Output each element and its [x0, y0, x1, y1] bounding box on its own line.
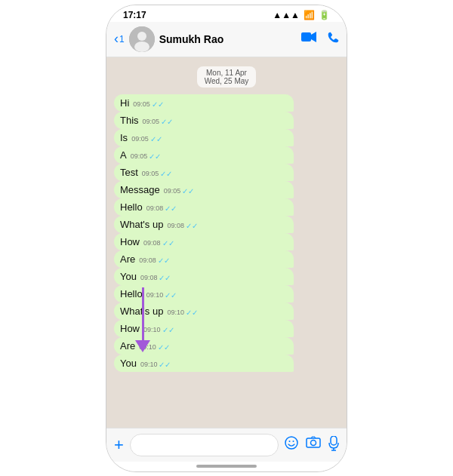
message-meta: 09:08✓✓ — [167, 222, 198, 230]
message-bubble: Message09:05✓✓ — [114, 181, 294, 198]
phone-call-icon[interactable] — [327, 32, 339, 47]
message-time: 09:05 — [164, 187, 181, 195]
message-text: Are — [120, 340, 135, 352]
svg-point-7 — [293, 441, 294, 442]
message-text: What's up — [120, 219, 163, 230]
svg-rect-3 — [301, 32, 311, 41]
message-tick: ✓✓ — [186, 222, 198, 230]
message-text: Is — [120, 132, 128, 143]
home-indicator — [106, 462, 347, 471]
video-call-icon[interactable] — [301, 32, 316, 47]
status-time: 17:17 — [123, 10, 146, 20]
message-input[interactable] — [130, 434, 279, 456]
message-bubble: Hi09:05✓✓ — [114, 94, 294, 112]
message-text: How — [120, 236, 140, 247]
message-bubble: A09:05✓✓ — [114, 146, 294, 164]
chat-header: ‹ 1 Sumukh Rao — [106, 22, 347, 57]
message-tick: ✓✓ — [162, 326, 174, 334]
message-meta: 09:10✓✓ — [140, 361, 171, 369]
svg-marker-4 — [311, 32, 316, 42]
message-bubble: How09:08✓✓ — [114, 233, 294, 250]
message-tick: ✓✓ — [150, 135, 162, 143]
message-time: 09:05 — [131, 152, 148, 160]
message-meta: 09:05✓✓ — [131, 135, 162, 143]
message-time: 09:08 — [139, 256, 156, 264]
input-bar: + — [106, 428, 347, 462]
message-tick: ✓✓ — [160, 170, 172, 178]
message-text: Message — [120, 184, 160, 195]
svg-point-6 — [289, 441, 291, 442]
message-bubble: This09:05✓✓ — [114, 112, 294, 129]
message-text: Test — [120, 167, 138, 178]
svg-rect-10 — [331, 436, 337, 445]
message-text: Hello — [120, 201, 143, 213]
message-tick: ✓✓ — [149, 152, 161, 161]
message-tick: ✓✓ — [161, 118, 173, 126]
message-time: 09:10 — [140, 361, 158, 368]
message-meta: 09:10✓✓ — [167, 309, 198, 317]
back-count: 1 — [119, 34, 125, 45]
message-time: 09:10 — [167, 309, 184, 316]
chevron-left-icon: ‹ — [114, 31, 119, 47]
status-bar: 17:17 ▲▲▲ 📶 🔋 — [106, 5, 347, 22]
message-meta: 09:05✓✓ — [142, 170, 173, 178]
message-tick: ✓✓ — [165, 204, 177, 213]
wifi-icon: 📶 — [304, 10, 315, 20]
date-line1: Mon, 11 Apr — [205, 69, 249, 77]
contact-name: Sumukh Rao — [159, 33, 297, 45]
message-bubble: Are09:08✓✓ — [114, 250, 294, 268]
message-time: 09:05 — [143, 118, 160, 125]
input-action-icons — [285, 436, 339, 454]
message-meta: 09:10✓✓ — [146, 291, 177, 299]
message-time: 09:08 — [143, 239, 161, 247]
message-tick: ✓✓ — [152, 100, 164, 109]
message-bubble: Is09:05✓✓ — [114, 129, 294, 146]
svg-point-2 — [134, 41, 149, 52]
add-attachment-button[interactable]: + — [114, 435, 124, 455]
message-meta: 09:08✓✓ — [140, 274, 171, 282]
message-time: 09:05 — [131, 135, 149, 143]
message-time: 09:08 — [146, 204, 164, 212]
sticker-icon[interactable] — [285, 436, 298, 454]
contact-avatar — [129, 26, 155, 52]
message-tick: ✓✓ — [158, 343, 170, 352]
home-bar — [196, 465, 257, 468]
message-text: Are — [120, 253, 135, 265]
message-meta: 09:05✓✓ — [133, 100, 164, 109]
message-text: You — [120, 358, 137, 369]
message-tick: ✓✓ — [186, 309, 198, 317]
message-meta: 09:08✓✓ — [143, 239, 174, 247]
message-bubble: Hello09:08✓✓ — [114, 198, 294, 216]
message-text: You — [120, 271, 137, 282]
camera-icon[interactable] — [306, 436, 321, 454]
header-actions — [301, 32, 339, 47]
svg-point-9 — [311, 440, 316, 445]
message-meta: 09:08✓✓ — [139, 256, 170, 265]
message-tick: ✓✓ — [165, 291, 177, 299]
phone-frame: 17:17 ▲▲▲ 📶 🔋 ‹ 1 Sumukh Rao — [106, 5, 347, 472]
message-text: This — [120, 115, 139, 126]
message-bubble: What's up09:08✓✓ — [114, 216, 294, 233]
message-meta: 09:05✓✓ — [131, 152, 162, 161]
message-time: 09:05 — [142, 170, 159, 177]
message-text: Hi — [120, 97, 129, 109]
signal-icon: ▲▲▲ — [273, 10, 300, 20]
microphone-icon[interactable] — [328, 436, 339, 454]
message-bubble: Test09:05✓✓ — [114, 164, 294, 181]
message-bubble: You09:10✓✓ — [114, 355, 294, 372]
message-text: A — [120, 149, 127, 161]
message-meta: 09:08✓✓ — [146, 204, 177, 213]
message-time: 09:05 — [133, 100, 150, 108]
back-button[interactable]: ‹ 1 — [114, 31, 125, 47]
message-bubble: You09:08✓✓ — [114, 268, 294, 285]
battery-icon: 🔋 — [319, 10, 330, 20]
message-time: 09:08 — [140, 274, 158, 281]
message-tick: ✓✓ — [159, 361, 171, 369]
date-badge: Mon, 11 Apr Wed, 25 May — [197, 66, 257, 88]
message-tick: ✓✓ — [182, 187, 194, 195]
chat-body: Mon, 11 Apr Wed, 25 May Hi09:05✓✓This09:… — [106, 57, 347, 428]
message-meta: 09:05✓✓ — [143, 118, 174, 126]
message-time: 09:08 — [167, 222, 184, 229]
arrow-pointer — [135, 287, 150, 352]
svg-point-1 — [137, 32, 146, 41]
